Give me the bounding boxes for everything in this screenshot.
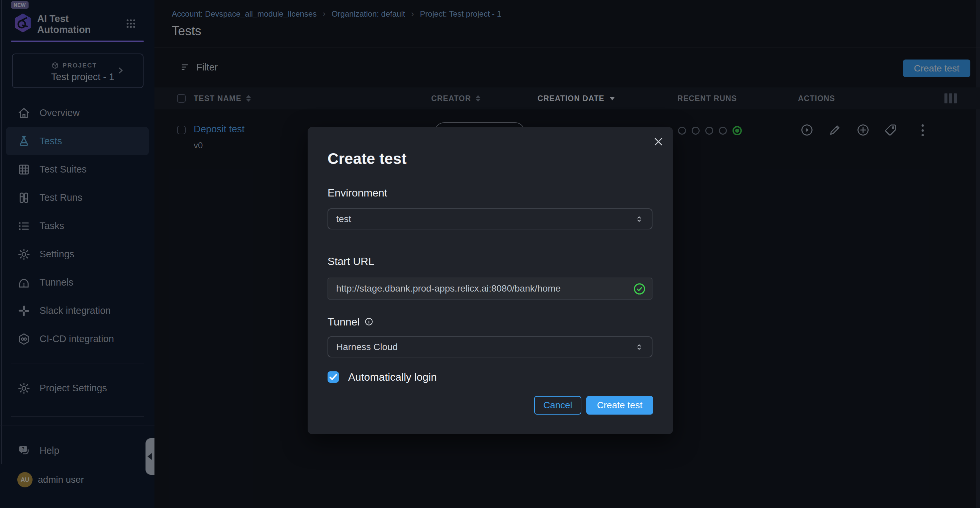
select-caret-icon xyxy=(635,342,644,352)
environment-select[interactable]: test xyxy=(328,208,652,229)
auto-login-label: Automatically login xyxy=(348,371,437,383)
info-icon[interactable] xyxy=(364,317,373,326)
url-valid-check-icon xyxy=(633,283,646,295)
modal-create-test-button[interactable]: Create test xyxy=(586,396,653,415)
create-test-modal: Create test Environment test Start URL T… xyxy=(308,127,673,434)
environment-label: Environment xyxy=(328,187,387,199)
start-url-input[interactable] xyxy=(328,278,652,300)
tunnel-value: Harness Cloud xyxy=(336,342,635,352)
environment-value: test xyxy=(336,214,635,224)
tunnel-select[interactable]: Harness Cloud xyxy=(328,337,652,358)
cancel-button[interactable]: Cancel xyxy=(534,396,581,415)
auto-login-checkbox[interactable] xyxy=(328,371,339,383)
app-screen: NEW AI Test Automation xyxy=(0,0,980,508)
tunnel-label: Tunnel xyxy=(328,316,360,328)
modal-title: Create test xyxy=(328,150,407,168)
select-caret-icon xyxy=(635,214,644,224)
close-icon[interactable] xyxy=(652,136,664,148)
start-url-label: Start URL xyxy=(328,255,374,268)
